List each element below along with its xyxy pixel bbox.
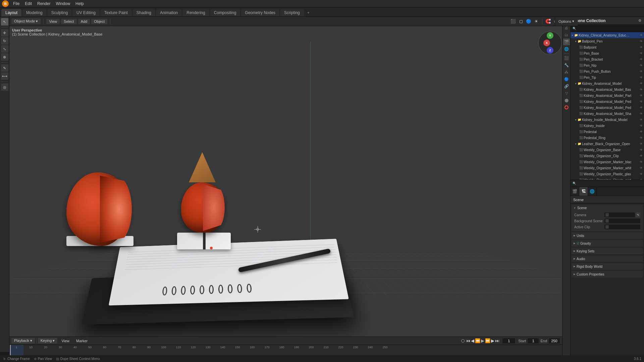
timeline-ruler[interactable]: 1 10 20 30 40 50 60 70 80 90 100 110 120…: [9, 345, 562, 355]
tab-add[interactable]: +: [305, 9, 312, 16]
tool-add[interactable]: ◎: [1, 83, 8, 91]
gravity-section-header[interactable]: ▶ ☑ Gravity: [572, 240, 643, 247]
outliner-row-kidney-anat-part[interactable]: ⬛ Kidney_Anatomical_Model_Part 👁: [571, 93, 644, 99]
viewport-3d[interactable]: User Perspective (1) Scene Collection | …: [9, 26, 577, 343]
outliner-row-org-clip[interactable]: ⬛ Weekly_Organizer_Clip 👁: [571, 153, 644, 159]
outliner-row-kidney-anat-ped2[interactable]: ⬛ Kidney_Anatomical_Model_Ped 👁: [571, 105, 644, 111]
prop-icon-constraints[interactable]: 🔗: [563, 83, 570, 89]
prop-icon-physics[interactable]: 🔵: [563, 76, 570, 82]
playback-dropdown[interactable]: Playback ▾: [11, 338, 35, 344]
prop-icon-data[interactable]: ▽: [563, 90, 570, 97]
blender-logo[interactable]: B: [2, 0, 9, 7]
outliner-row-leather-org[interactable]: ▼ 📁 Leather_Black_Organizer_Open 👁: [571, 141, 644, 147]
next-frame-btn[interactable]: ▶: [491, 338, 494, 343]
audio-section-header[interactable]: ▶ Audio: [572, 255, 643, 262]
prev-keyframe-btn[interactable]: ⏪: [475, 338, 480, 343]
tab-layout[interactable]: Layout: [1, 9, 21, 16]
viewport-shading-wireframe[interactable]: ◻: [518, 18, 524, 25]
outliner-row-pedestal[interactable]: ⬛ Pedestal 👁: [571, 129, 644, 135]
prop-icon-material[interactable]: ⬤: [563, 97, 570, 104]
bg-scene-value[interactable]: [604, 219, 640, 223]
prop-icon-particles[interactable]: ⁂: [563, 69, 570, 75]
tab-compositing[interactable]: Compositing: [210, 9, 240, 16]
outliner-row-pen-base[interactable]: ⬛ Pen_Base 👁: [571, 50, 644, 56]
viewport-shading-material[interactable]: 🔵: [525, 18, 532, 25]
select-menu[interactable]: Select: [61, 19, 77, 24]
outliner-row-kidney-anat-bas[interactable]: ⬛ Kidney_Anatomical_Model_Bas 👁: [571, 86, 644, 93]
snap-toggle[interactable]: 🧲: [545, 18, 551, 25]
outliner-row-pen-bracket[interactable]: ⬛ Pen_Bracket 👁: [571, 56, 644, 62]
prop-icon-world[interactable]: 🌐: [563, 46, 570, 52]
marker-menu[interactable]: Marker: [73, 338, 90, 344]
keying-dropdown[interactable]: Keying ▾: [38, 338, 58, 344]
tab-rendering[interactable]: Rendering: [182, 9, 209, 16]
tab-sculpting[interactable]: Sculpting: [47, 9, 72, 16]
tool-scale[interactable]: ⤡: [1, 45, 8, 53]
viewport-shading-solid[interactable]: ⬛: [510, 18, 517, 25]
menu-render[interactable]: Render: [35, 1, 53, 7]
play-btn[interactable]: ▶: [481, 338, 484, 343]
prop-icon-modifier[interactable]: 🔧: [563, 62, 570, 68]
view-menu[interactable]: View: [46, 19, 60, 24]
outliner-row-collection[interactable]: ▼ 📁 Kidney_Clinical_Anatomy_Educ… 👁: [571, 32, 644, 38]
units-section-header[interactable]: ▶ Units: [572, 232, 643, 239]
viewport-shading-rendered[interactable]: ☀: [533, 18, 540, 25]
outliner-row-org-marker-whit[interactable]: ⬛ Weekly_Organizer_Marker_whit 👁: [571, 165, 644, 171]
camera-value[interactable]: [604, 213, 635, 217]
gizmo-y-axis[interactable]: Y: [547, 32, 553, 39]
outliner-row-pen-nip[interactable]: ⬛ Pen_Nip 👁: [571, 62, 644, 68]
prop-icon-view-layer[interactable]: 🗂: [563, 32, 570, 38]
rigid-body-world-header[interactable]: ▶ Rigid Body World: [572, 263, 643, 270]
active-clip-value[interactable]: [604, 225, 640, 229]
prop-tab-scene[interactable]: 🎬: [571, 187, 579, 196]
tab-uv-editing[interactable]: UV Editing: [72, 9, 100, 16]
scene-section-header[interactable]: ▼ Scene: [572, 204, 643, 211]
outliner-row-pen-tip[interactable]: ⬛ Pen_Tip 👁: [571, 74, 644, 80]
menu-help[interactable]: Help: [73, 1, 86, 7]
prop-icon-scene[interactable]: 🎬: [563, 39, 570, 45]
prop-icon-shading[interactable]: ⭕: [563, 104, 570, 111]
filter-icon[interactable]: ⚙: [638, 19, 641, 22]
view-menu-timeline[interactable]: View: [59, 338, 72, 344]
properties-search[interactable]: 🔍: [571, 180, 644, 187]
jump-start-btn[interactable]: ⏮: [466, 338, 470, 343]
outliner-row-ballpoint[interactable]: ⬛ Ballpoint 👁: [571, 44, 644, 50]
menu-file[interactable]: File: [11, 1, 22, 7]
prop-tab-world[interactable]: 🌐: [588, 187, 597, 196]
tool-measure[interactable]: ⟷: [1, 72, 8, 80]
camera-edit-icon[interactable]: ✎: [636, 213, 640, 217]
outliner-row-org-base[interactable]: ⬛ Weekly_Organizer_Base 👁: [571, 147, 644, 153]
start-frame-input[interactable]: 1: [527, 338, 539, 344]
outliner-row-kidney-anat-ped1[interactable]: ⬛ Kidney_Anatomical_Model_Ped 👁: [571, 99, 644, 105]
outliner-search-input[interactable]: [578, 26, 642, 30]
gizmo-x-axis[interactable]: X: [543, 40, 550, 46]
menu-window[interactable]: Window: [53, 1, 72, 7]
tab-modeling[interactable]: Modeling: [22, 9, 47, 16]
gizmo-z-axis[interactable]: Z: [547, 47, 553, 54]
outliner-row-org-marker-blac[interactable]: ⬛ Weekly_Organizer_Marker_blac 👁: [571, 159, 644, 165]
outliner-row-kidney-inside-obj[interactable]: ⬛ Kidney_Inside 👁: [571, 123, 644, 129]
tool-move[interactable]: ✛: [1, 29, 8, 37]
tab-animation[interactable]: Animation: [156, 9, 182, 16]
outliner-row-kidney-anat-model[interactable]: ▼ 📁 Kidney_Anatomical_Model 👁: [571, 80, 644, 86]
tool-select[interactable]: ↖: [1, 18, 8, 25]
next-keyframe-btn[interactable]: ⏩: [485, 338, 490, 343]
gravity-checkbox[interactable]: ☑: [577, 242, 579, 245]
outliner-row-pedestal-ring[interactable]: ⬛ Pedestal_Ring 👁: [571, 135, 644, 141]
end-frame-input[interactable]: 250: [548, 338, 560, 344]
tab-geometry-nodes[interactable]: Geometry Nodes: [241, 9, 279, 16]
menu-edit[interactable]: Edit: [22, 1, 34, 7]
tool-annotate[interactable]: ✎: [1, 64, 8, 72]
outliner-row-kidney-anat-sha[interactable]: ⬛ Kidney_Anatomical_Model_Sha 👁: [571, 111, 644, 117]
add-menu[interactable]: Add: [78, 19, 90, 24]
keying-sets-header[interactable]: ▶ Keying Sets: [572, 248, 643, 254]
object-mode-dropdown[interactable]: Object Mode ▾: [11, 18, 41, 24]
outliner-row-org-plastic[interactable]: ⬛ Weekly_Organizer_Plastic_glas 👁: [571, 171, 644, 177]
object-menu[interactable]: Object: [91, 19, 107, 24]
outliner-row-pen-push-button[interactable]: ⬛ Pen_Push_Button 👁: [571, 68, 644, 74]
prop-icon-object[interactable]: ⬛: [563, 55, 570, 61]
prev-frame-btn[interactable]: ◀: [471, 338, 474, 343]
outliner-row-kidney-inside[interactable]: ▼ 📁 Kidney_Inside_Medical_Model 👁: [571, 117, 644, 123]
tab-texture-paint[interactable]: Texture Paint: [100, 9, 132, 16]
outliner-row-ballpoint-pen[interactable]: ▼ 📁 Ballpoint_Pen 👁: [571, 38, 644, 44]
